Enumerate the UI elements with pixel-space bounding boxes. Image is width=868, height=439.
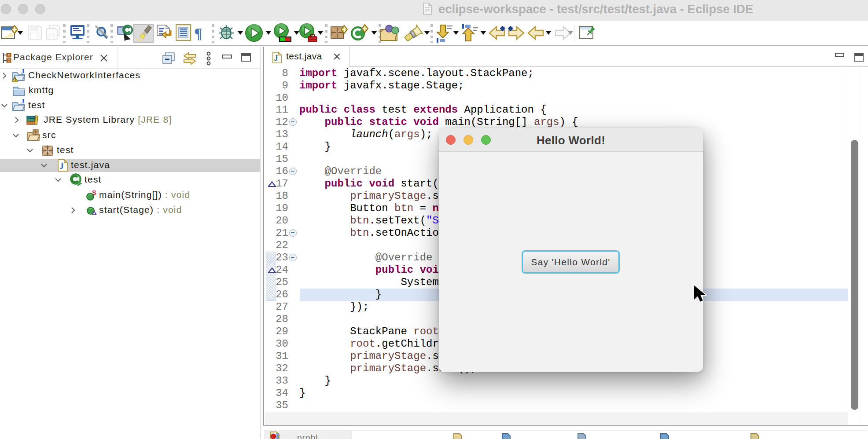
svg-text:J: J (59, 161, 64, 171)
svg-text:J: J (21, 99, 25, 105)
svg-text:S: S (92, 190, 96, 196)
svg-text:!: ! (15, 77, 16, 82)
svg-text:J: J (274, 54, 278, 62)
svg-text:J: J (21, 69, 25, 75)
